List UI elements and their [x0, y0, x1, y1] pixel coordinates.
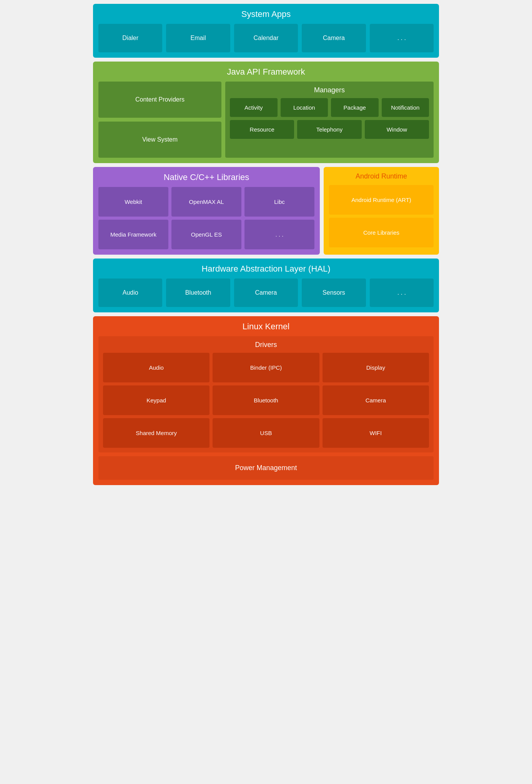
- java-api-layer: Java API Framework Content Providers Vie…: [93, 62, 439, 163]
- list-item: Android Runtime (ART): [329, 185, 434, 215]
- hal-layer: Hardware Abstraction Layer (HAL) Audio B…: [93, 259, 439, 312]
- list-item: Binder (IPC): [213, 353, 319, 382]
- list-item: Audio: [98, 279, 162, 307]
- list-item: Window: [365, 120, 429, 139]
- list-item: Activity: [230, 98, 278, 117]
- list-item: WIFI: [323, 418, 429, 448]
- list-item: Camera: [302, 24, 366, 52]
- list-item: Camera: [234, 279, 298, 307]
- linux-kernel-title: Linux Kernel: [98, 322, 434, 332]
- managers-row-1: Activity Location Package Notification: [230, 98, 429, 117]
- list-item: Shared Memory: [103, 418, 209, 448]
- java-api-title: Java API Framework: [98, 67, 434, 77]
- list-item: . . .: [244, 220, 314, 249]
- drivers-grid: Audio Binder (IPC) Display Keypad Blueto…: [103, 353, 429, 448]
- list-item: . . .: [370, 24, 434, 52]
- managers-row-2: Resource Telephony Window: [230, 120, 429, 139]
- system-apps-title: System Apps: [98, 9, 434, 19]
- list-item: Location: [281, 98, 328, 117]
- list-item: Media Framework: [98, 220, 168, 249]
- list-item: Webkit: [98, 187, 168, 217]
- android-runtime-title: Android Runtime: [329, 172, 434, 180]
- native-row-2: Media Framework OpenGL ES . . .: [98, 220, 314, 249]
- list-item: Core Libraries: [329, 218, 434, 247]
- native-cpp-layer: Native C/C++ Libraries Webkit OpenMAX AL…: [93, 167, 320, 255]
- list-item: . . .: [370, 279, 434, 307]
- list-item: Content Providers: [98, 82, 221, 118]
- drivers-title: Drivers: [103, 341, 429, 349]
- list-item: USB: [213, 418, 319, 448]
- list-item: Email: [166, 24, 230, 52]
- native-runtime-row: Native C/C++ Libraries Webkit OpenMAX AL…: [93, 167, 439, 255]
- java-api-inner: Content Providers View System Managers A…: [98, 82, 434, 158]
- android-runtime-layer: Android Runtime Android Runtime (ART) Co…: [324, 167, 439, 255]
- list-item: Package: [331, 98, 379, 117]
- list-item: OpenGL ES: [171, 220, 241, 249]
- list-item: Display: [323, 353, 429, 382]
- drivers-row-2: Keypad Bluetooth Camera: [103, 385, 429, 415]
- android-architecture-diagram: System Apps Dialer Email Calendar Camera…: [93, 4, 439, 485]
- power-management: Power Management: [98, 456, 434, 480]
- list-item: Bluetooth: [166, 279, 230, 307]
- list-item: Notification: [382, 98, 429, 117]
- native-row-1: Webkit OpenMAX AL Libc: [98, 187, 314, 217]
- list-item: Calendar: [234, 24, 298, 52]
- list-item: Keypad: [103, 385, 209, 415]
- drivers-section: Drivers Audio Binder (IPC) Display Keypa…: [98, 336, 434, 452]
- java-api-left: Content Providers View System: [98, 82, 221, 158]
- list-item: Libc: [244, 187, 314, 217]
- managers-title: Managers: [230, 86, 429, 94]
- list-item: Telephony: [297, 120, 361, 139]
- drivers-row-3: Shared Memory USB WIFI: [103, 418, 429, 448]
- managers-section: Managers Activity Location Package Notif…: [225, 82, 434, 158]
- list-item: Sensors: [302, 279, 366, 307]
- drivers-row-1: Audio Binder (IPC) Display: [103, 353, 429, 382]
- linux-kernel-layer: Linux Kernel Drivers Audio Binder (IPC) …: [93, 316, 439, 485]
- system-apps-layer: System Apps Dialer Email Calendar Camera…: [93, 4, 439, 58]
- list-item: Audio: [103, 353, 209, 382]
- hal-title: Hardware Abstraction Layer (HAL): [98, 264, 434, 274]
- list-item: Resource: [230, 120, 294, 139]
- list-item: Camera: [323, 385, 429, 415]
- list-item: View System: [98, 122, 221, 158]
- list-item: Bluetooth: [213, 385, 319, 415]
- hal-boxes: Audio Bluetooth Camera Sensors . . .: [98, 279, 434, 307]
- list-item: Dialer: [98, 24, 162, 52]
- native-cpp-title: Native C/C++ Libraries: [98, 172, 314, 182]
- system-apps-boxes: Dialer Email Calendar Camera . . .: [98, 24, 434, 52]
- list-item: OpenMAX AL: [171, 187, 241, 217]
- android-runtime-boxes: Android Runtime (ART) Core Libraries: [329, 185, 434, 247]
- native-cpp-boxes: Webkit OpenMAX AL Libc Media Framework O…: [98, 187, 314, 249]
